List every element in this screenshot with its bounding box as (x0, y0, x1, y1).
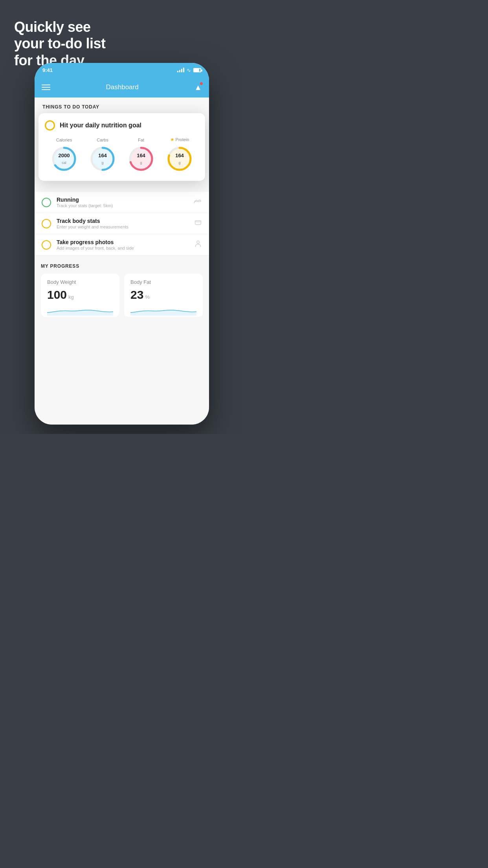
todo-text: Running Track your stats (target: 5km) (57, 197, 188, 208)
donut-unit: cal (62, 161, 66, 165)
progress-value-row: 23 % (130, 288, 196, 302)
donut-unit: g (178, 161, 180, 165)
progress-unit: % (145, 294, 150, 300)
donut-center: 164 g (98, 153, 107, 166)
phone-mockup: 9:41 ∿ Dashboard ▲ (35, 63, 209, 425)
svg-point-14 (197, 241, 200, 244)
nutrition-item-protein: ★ Protein 164 g (165, 137, 194, 173)
popup-circle-indicator (45, 120, 55, 131)
todo-circle (42, 240, 51, 250)
person-icon (194, 240, 202, 248)
donut-value: 164 (98, 153, 107, 158)
nutrition-item-calories: Calories 2000 cal (50, 138, 78, 173)
todo-list: Running Track your stats (target: 5km) T… (35, 192, 209, 256)
nutrition-item-carbs: Carbs 164 g (88, 138, 117, 173)
todo-circle (42, 198, 51, 207)
status-time: 9:41 (42, 67, 53, 73)
battery-icon (193, 68, 201, 72)
app-header: Dashboard ▲ (35, 77, 209, 97)
todo-sub-text: Track your stats (target: 5km) (57, 203, 188, 208)
things-to-do-header: THINGS TO DO TODAY (35, 97, 209, 113)
popup-title: Hit your daily nutrition goal (60, 122, 141, 129)
svg-rect-12 (195, 221, 201, 224)
donut-value: 2000 (59, 153, 70, 158)
mini-chart (47, 305, 113, 316)
donut-unit: g (101, 161, 103, 165)
todo-item[interactable]: Take progress photos Add images of your … (35, 234, 209, 256)
progress-section-title: MY PROGRESS (41, 263, 203, 269)
donut-center: 164 g (175, 153, 184, 166)
things-title: THINGS TO DO TODAY (42, 104, 99, 110)
donut-chart: 164 g (88, 145, 117, 173)
status-bar: 9:41 ∿ (35, 63, 209, 77)
nutrition-popup-card[interactable]: Hit your daily nutrition goal Calories 2… (39, 113, 205, 181)
progress-card[interactable]: Body Fat 23 % (124, 274, 203, 317)
progress-value: 100 (47, 288, 67, 302)
donut-unit: g (140, 161, 142, 165)
hamburger-button[interactable] (42, 85, 50, 90)
donut-chart: 2000 cal (50, 145, 78, 173)
donut-value: 164 (175, 153, 184, 158)
todo-circle (42, 219, 51, 228)
bell-button[interactable]: ▲ (194, 83, 202, 92)
status-icons: ∿ (177, 67, 201, 73)
progress-card[interactable]: Body Weight 100 kg (41, 274, 119, 317)
hero-text: Quickly see your to-do list for the day. (14, 19, 105, 69)
todo-action-icon (194, 219, 202, 228)
nutrition-item-fat: Fat 164 g (127, 138, 155, 173)
nutrition-label: Calories (56, 138, 72, 142)
shoe-icon (193, 198, 202, 205)
popup-header-row: Hit your daily nutrition goal (45, 120, 199, 131)
donut-chart: 164 g (127, 145, 155, 173)
todo-action-icon (193, 198, 202, 207)
phone-content: THINGS TO DO TODAY Hit your daily nutrit… (35, 97, 209, 425)
todo-main-text: Track body stats (57, 218, 189, 224)
nutrition-label: Carbs (97, 138, 108, 142)
todo-action-icon (194, 240, 202, 250)
progress-cards: Body Weight 100 kg Body Fat 23 % (41, 274, 203, 317)
wifi-icon: ∿ (187, 67, 191, 73)
progress-card-title: Body Weight (47, 279, 113, 285)
progress-value-row: 100 kg (47, 288, 113, 302)
nutrition-circles: Calories 2000 cal Carbs 164 g (45, 137, 199, 173)
todo-main-text: Take progress photos (57, 239, 189, 245)
header-title: Dashboard (106, 83, 139, 91)
progress-card-title: Body Fat (130, 279, 196, 285)
donut-center: 2000 cal (59, 153, 70, 166)
todo-text: Take progress photos Add images of your … (57, 239, 189, 250)
progress-unit: kg (68, 294, 74, 300)
todo-text: Track body stats Enter your weight and m… (57, 218, 189, 229)
donut-chart: 164 g (165, 145, 194, 173)
mini-chart (130, 305, 196, 316)
nutrition-label: ★ Protein (170, 137, 189, 142)
todo-main-text: Running (57, 197, 188, 203)
phone-shell: 9:41 ∿ Dashboard ▲ (35, 63, 209, 425)
progress-value: 23 (130, 288, 143, 302)
todo-item[interactable]: Track body stats Enter your weight and m… (35, 213, 209, 234)
nutrition-label: Fat (138, 138, 144, 142)
star-icon: ★ (170, 137, 174, 142)
scale-icon (194, 219, 202, 226)
todo-item[interactable]: Running Track your stats (target: 5km) (35, 192, 209, 213)
donut-center: 164 g (137, 153, 145, 166)
progress-section: MY PROGRESS Body Weight 100 kg Body Fat … (35, 256, 209, 321)
signal-icon (177, 68, 184, 72)
notification-dot (200, 82, 203, 85)
donut-value: 164 (137, 153, 145, 158)
todo-sub-text: Add images of your front, back, and side (57, 246, 189, 250)
todo-sub-text: Enter your weight and measurements (57, 224, 189, 229)
